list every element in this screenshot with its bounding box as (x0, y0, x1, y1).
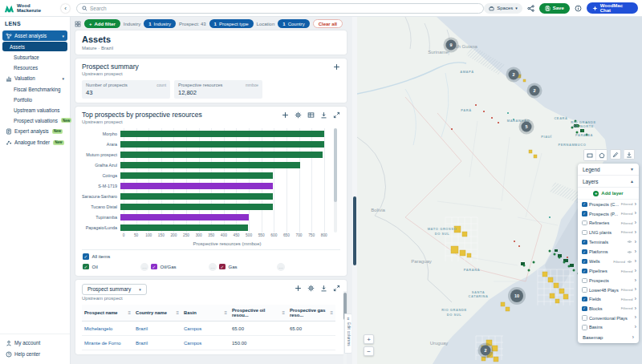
column-header-basin[interactable]: Basin≡ (181, 305, 230, 322)
export-icon[interactable] (624, 149, 635, 160)
filter-chip-prospect-type[interactable]: 1Prospect type (209, 19, 254, 28)
chart-bar-gralha-azul[interactable] (120, 162, 300, 168)
chart-bar-saracura-sanharo[interactable] (120, 193, 273, 200)
sidebar-item-upstream-valuations[interactable]: Upstream valuations (2, 105, 67, 115)
gear-icon[interactable] (295, 111, 302, 119)
table-cell[interactable]: Mirante de Forno (82, 336, 133, 350)
chart-bar-tucano-distal[interactable] (120, 204, 273, 210)
filter-chip-country[interactable]: 1Country (278, 19, 309, 28)
sidebar-item-asset-analysis[interactable]: Asset analysis▾ (2, 30, 67, 41)
sidebar-item-subsurface[interactable]: Subsurface (2, 52, 67, 62)
legend-options-button[interactable]: … (277, 263, 285, 271)
layer-row-refineries[interactable]: RefineriesFiltered› (578, 218, 639, 228)
add-filter-button[interactable]: +Add filter (84, 19, 120, 28)
table-cell[interactable]: Campos (181, 322, 230, 336)
edit-columns-tab[interactable]: ≡ Edit columns (344, 313, 351, 354)
sidebar-item-expert-analysis[interactable]: Expert analysisNew (2, 126, 67, 136)
plus-icon[interactable] (295, 285, 302, 292)
column-header-country-name[interactable]: Country name≡ (133, 305, 181, 322)
sidebar-item-analogue-finder[interactable]: Analogue finderNew (2, 137, 67, 148)
layer-row-lng-plants[interactable]: LNG plantsFiltered› (578, 228, 639, 237)
layer-checkbox[interactable]: ✓ (582, 306, 587, 312)
sidebar-item-help-center[interactable]: Help center (2, 349, 67, 359)
column-menu-icon[interactable]: ≡ (224, 310, 227, 315)
layer-row-prospects-p[interactable]: ✓Prospects (P...Filtered› (578, 209, 639, 219)
layer-row-terminals[interactable]: ✓Terminals› (578, 237, 639, 247)
layer-checkbox[interactable]: ✓ (582, 269, 587, 274)
sidebar-item-prospect-valuations[interactable]: Prospect valuationsNew (2, 115, 67, 125)
table-icon[interactable] (307, 111, 315, 119)
layer-checkbox[interactable] (582, 325, 587, 330)
layer-row-platforms[interactable]: ✓Platforms› (578, 247, 639, 257)
download-icon[interactable] (320, 285, 327, 292)
chart-bar-papagaio-lunda[interactable] (120, 224, 248, 231)
legend-header[interactable]: Legend ▼ (578, 164, 639, 176)
sidebar-item-fiscal-benchmarking[interactable]: Fiscal Benchmarking (2, 84, 67, 94)
download-icon[interactable] (320, 111, 327, 119)
map-canvas[interactable]: SurinameFrench GuianaBoliviaParaguayUrug… (357, 17, 642, 364)
column-menu-icon[interactable]: ≡ (176, 310, 179, 315)
legend-checkbox-oil[interactable]: ✓ (83, 264, 89, 270)
woodmac-chat-button[interactable]: WoodMac Chat (587, 2, 638, 14)
legend-checkbox-oil-gas[interactable]: ✓ (151, 264, 157, 270)
layer-checkbox[interactable]: ✓ (582, 249, 587, 255)
sidebar-item-portfolio[interactable]: Portfolio (2, 95, 67, 104)
share-icon[interactable] (527, 5, 534, 12)
save-button[interactable]: Save (539, 3, 570, 14)
layer-checkbox[interactable]: ✓ (582, 297, 587, 302)
table-cell[interactable]: Brazil (133, 336, 181, 350)
layer-checkbox[interactable]: ✓ (582, 240, 587, 245)
legend-checkbox-gas[interactable]: ✓ (219, 264, 226, 270)
column-header-prospective-oil-resou[interactable]: Prospective oil resou...≡ (230, 305, 287, 322)
gear-icon[interactable] (307, 285, 315, 292)
expand-icon[interactable] (333, 111, 340, 119)
table-cell[interactable]: Michelangelo (82, 322, 133, 336)
layer-row-conventional-plays[interactable]: Conventional Plays› (578, 313, 639, 323)
zoom-in-button[interactable]: + (364, 334, 374, 344)
layer-row-pipelines[interactable]: ✓PipelinesFiltered› (578, 266, 639, 276)
sidebar-item-assets[interactable]: Assets (2, 42, 67, 51)
layer-checkbox[interactable]: ✓ (582, 202, 587, 208)
sidebar-collapse-button[interactable]: ‹ (61, 4, 70, 13)
plus-icon[interactable] (282, 111, 289, 119)
layer-checkbox[interactable] (582, 230, 587, 236)
layer-row-prospects-c[interactable]: ✓Prospects (C...Filtered› (578, 200, 639, 209)
content-scrollbar[interactable] (352, 17, 357, 364)
layers-header[interactable]: Layers ▲ (578, 176, 639, 188)
sidebar-item-resources[interactable]: Resources (2, 63, 67, 72)
chart-bar-morpho[interactable] (120, 131, 324, 137)
basemap-row[interactable]: Basemap › (578, 332, 639, 342)
legend-options-button[interactable]: … (209, 263, 217, 271)
spaces-button[interactable]: Spaces ▾ (484, 3, 522, 14)
layer-checkbox[interactable]: ✓ (582, 211, 587, 216)
layer-checkbox[interactable] (582, 278, 587, 284)
column-header-prospective-gas-reso[interactable]: Prospective gas reso...≡ (287, 305, 335, 322)
zoom-out-button[interactable]: − (364, 346, 374, 356)
layer-checkbox[interactable] (582, 315, 587, 321)
chart-scrollbar[interactable] (334, 128, 337, 233)
layer-row-wells[interactable]: ✓WellsFiltered› (578, 257, 639, 266)
measure-icon[interactable] (610, 149, 621, 160)
layer-row-basins[interactable]: Basins› (578, 322, 639, 332)
layer-row-fields[interactable]: ✓FieldsFiltered› (578, 294, 639, 304)
layer-checkbox[interactable] (582, 287, 587, 293)
search-bar[interactable] (76, 3, 484, 14)
layer-row-blocks[interactable]: ✓BlocksFiltered› (578, 304, 639, 313)
sidebar-item-valuation[interactable]: Valuation▾ (2, 73, 67, 83)
chart-bar-s-m-1719[interactable] (120, 183, 273, 189)
chart-bar-arara[interactable] (120, 141, 324, 148)
legend-options-button[interactable]: … (140, 263, 148, 271)
chart-bar-mutum-prospect[interactable] (120, 152, 323, 158)
chart-bar-tupinamba[interactable] (120, 214, 249, 220)
filter-chip-industry[interactable]: 1Industry (144, 19, 176, 28)
column-header-prospect-name[interactable]: Prospect name≡ (82, 305, 133, 322)
column-menu-icon[interactable]: ≡ (330, 310, 333, 315)
sidebar-item-my-account[interactable]: My account (2, 338, 67, 348)
table-cell[interactable]: Brazil (133, 322, 181, 336)
column-menu-icon[interactable]: ≡ (128, 310, 131, 315)
filter-grid-icon[interactable] (75, 21, 81, 27)
add-icon[interactable] (333, 63, 340, 71)
all-items-checkbox[interactable]: ✓ (83, 253, 89, 260)
search-input[interactable] (90, 6, 478, 11)
layer-row-lower48-plays[interactable]: Lower48 PlaysFiltered› (578, 285, 639, 295)
